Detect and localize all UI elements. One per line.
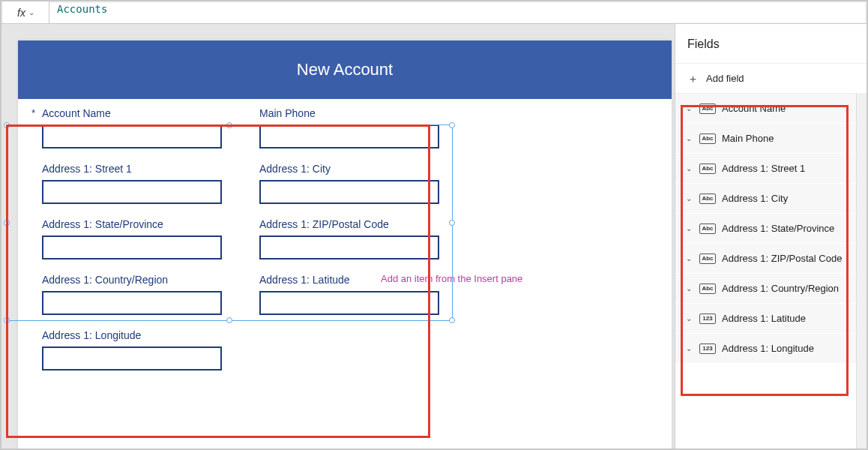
- fx-button[interactable]: fx ⌄: [3, 2, 49, 23]
- field-item-label: Address 1: Longitude: [722, 343, 814, 354]
- chevron-down-icon: ⌄: [686, 314, 693, 322]
- field-item-label: Main Phone: [722, 133, 774, 144]
- fields-list[interactable]: ⌄AbcAccount Name⌄AbcMain Phone⌄AbcAddres…: [675, 94, 856, 448]
- form-body[interactable]: *Account NameMain PhoneAddress 1: Street…: [18, 99, 672, 370]
- field-input[interactable]: [259, 236, 439, 260]
- field-item-label: Address 1: City: [722, 193, 788, 204]
- field-label: Account Name: [42, 106, 111, 120]
- field-label: Address 1: Street 1: [42, 162, 132, 176]
- chevron-down-icon: ⌄: [686, 194, 693, 202]
- field-input[interactable]: [42, 346, 222, 370]
- field-input[interactable]: [259, 180, 439, 204]
- form-field[interactable]: Address 1: State/Province: [31, 218, 249, 260]
- field-type-badge: 123: [699, 314, 716, 324]
- fields-pane-title: Fields: [675, 24, 867, 64]
- fields-list-item[interactable]: ⌄123Address 1: Latitude: [675, 304, 856, 334]
- field-label: Address 1: Country/Region: [42, 273, 168, 286]
- chevron-down-icon: ⌄: [686, 224, 693, 232]
- add-field-label: Add field: [706, 73, 744, 84]
- field-label: Address 1: ZIP/Postal Code: [259, 218, 389, 231]
- chevron-down-icon: ⌄: [28, 8, 34, 16]
- chevron-down-icon: ⌄: [686, 284, 693, 292]
- fields-pane: Fields ＋ Add field ⌄AbcAccount Name⌄AbcM…: [675, 24, 867, 448]
- field-input[interactable]: [42, 180, 222, 204]
- form-field[interactable]: Address 1: City: [249, 162, 466, 204]
- field-type-badge: Abc: [699, 254, 716, 264]
- field-type-badge: Abc: [699, 194, 716, 204]
- field-label: Address 1: City: [259, 162, 331, 176]
- field-type-badge: Abc: [699, 284, 716, 294]
- field-item-label: Address 1: Street 1: [722, 163, 805, 174]
- field-item-label: Address 1: Country/Region: [722, 283, 839, 294]
- field-type-badge: 123: [699, 344, 716, 354]
- fx-label: fx: [17, 7, 25, 19]
- fields-list-item[interactable]: ⌄AbcMain Phone: [675, 124, 856, 154]
- field-input[interactable]: [42, 124, 222, 148]
- plus-icon: ＋: [687, 73, 699, 84]
- field-type-badge: Abc: [699, 224, 716, 234]
- chevron-down-icon: ⌄: [686, 344, 693, 352]
- field-type-badge: Abc: [699, 164, 716, 174]
- field-input[interactable]: [42, 236, 222, 260]
- field-type-badge: Abc: [699, 134, 716, 144]
- field-type-badge: Abc: [699, 104, 716, 114]
- fields-list-item[interactable]: ⌄AbcAddress 1: ZIP/Postal Code: [675, 244, 856, 274]
- field-input[interactable]: [259, 124, 439, 148]
- insert-hint: Add an item from the Insert pane: [381, 273, 522, 284]
- fields-list-item[interactable]: ⌄AbcAddress 1: Street 1: [675, 154, 856, 184]
- field-item-label: Address 1: State/Province: [722, 223, 834, 234]
- card-header: New Account: [18, 40, 672, 99]
- form-field[interactable]: Address 1: Country/Region: [31, 273, 249, 315]
- card-title: New Account: [297, 60, 393, 80]
- fields-list-item[interactable]: ⌄AbcAccount Name: [675, 94, 856, 124]
- fields-list-item[interactable]: ⌄AbcAddress 1: Country/Region: [675, 274, 856, 304]
- screen-card[interactable]: New Account *Account NameMain PhoneAddre…: [18, 40, 672, 448]
- chevron-down-icon: ⌄: [686, 164, 693, 172]
- chevron-down-icon: ⌄: [686, 104, 693, 112]
- chevron-down-icon: ⌄: [686, 254, 693, 262]
- formula-bar: fx ⌄ Accounts: [1, 2, 867, 24]
- form-field[interactable]: Address 1: ZIP/Postal Code: [249, 218, 466, 260]
- field-label: Address 1: State/Province: [42, 218, 163, 231]
- fields-list-item[interactable]: ⌄AbcAddress 1: State/Province: [675, 214, 856, 244]
- canvas-area[interactable]: New Account *Account NameMain PhoneAddre…: [1, 24, 675, 448]
- field-label: Main Phone: [259, 106, 316, 120]
- field-item-label: Address 1: ZIP/Postal Code: [722, 253, 842, 264]
- required-star: *: [31, 106, 42, 120]
- field-item-label: Address 1: Latitude: [722, 313, 806, 324]
- field-label: Address 1: Latitude: [259, 273, 350, 286]
- form-field[interactable]: Address 1: Street 1: [31, 162, 249, 204]
- field-item-label: Account Name: [722, 103, 786, 114]
- form-field[interactable]: *Account Name: [31, 106, 249, 148]
- field-label: Address 1: Longitude: [42, 328, 141, 342]
- form-field[interactable]: Address 1: Longitude: [31, 328, 249, 370]
- formula-input[interactable]: Accounts: [49, 3, 865, 22]
- form-field[interactable]: Main Phone: [249, 106, 466, 148]
- scrollbar[interactable]: [856, 94, 867, 448]
- workspace: New Account *Account NameMain PhoneAddre…: [1, 24, 867, 448]
- fields-list-item[interactable]: ⌄123Address 1: Longitude: [675, 334, 856, 364]
- field-input[interactable]: [42, 291, 222, 315]
- field-input[interactable]: [259, 291, 439, 315]
- add-field-button[interactable]: ＋ Add field: [675, 64, 867, 94]
- fields-list-item[interactable]: ⌄AbcAddress 1: City: [675, 184, 856, 214]
- chevron-down-icon: ⌄: [686, 134, 693, 142]
